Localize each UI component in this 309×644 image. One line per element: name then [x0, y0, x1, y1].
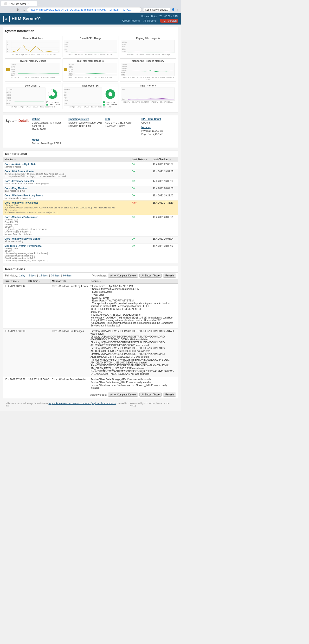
alerts-title: Recent Alerts	[5, 267, 25, 271]
sys-details-grid: Uptime 0 days, 2 hours, 47 minutesApril:…	[32, 118, 175, 145]
tab-favicon: ⬜	[4, 2, 7, 5]
monitor-name-cell: Monitoring System Performance Memory: 15…	[3, 244, 130, 263]
svg-text:2: 2	[7, 48, 8, 50]
group-reports-link[interactable]: Group Reports	[122, 19, 140, 22]
svg-text:20%: 20%	[64, 100, 68, 102]
svg-text:80%: 80%	[65, 44, 68, 46]
taskmgr-indicator	[64, 68, 67, 71]
browser-tab[interactable]: ⬜ HKM-Server01 ✕	[1, 1, 37, 6]
chart-title-8: Disk Used - D:	[64, 84, 117, 87]
sync-button[interactable]: Keine Synchronisie...	[143, 8, 170, 12]
svg-text:0%: 0%	[64, 52, 67, 53]
btn-all-computer-bottom[interactable]: All for Computer/Device	[108, 392, 138, 397]
alert-monitor-title: Core - Windows File Changes	[50, 328, 89, 377]
footer-status-url[interactable]: https://hkm-Server01:81/STATUS_DEVICE_(3…	[49, 402, 117, 404]
monitor-status-cell: OK	[130, 244, 151, 263]
acknowledge-label-bottom: Acknowledge:	[90, 393, 107, 396]
cpu-value: AMD EPYC 7251 8-Core Processor, 8 Cores	[105, 121, 139, 128]
pdf-version-link[interactable]: PDF Version	[160, 19, 178, 22]
history-15days[interactable]: 15 days	[39, 274, 48, 277]
alert-details: Service "User Data Storage_d20c1" was re…	[89, 377, 178, 391]
app-title: HKM-Server01	[12, 16, 41, 22]
user-icon[interactable]: 👤	[172, 8, 175, 11]
svg-text:40%: 40%	[122, 48, 126, 50]
chart-dates-5: 05:21 PM 06:10 PM 06:59 PM 07:49 PM 18 A…	[64, 76, 117, 78]
chart-area-9: 2ms 0ms	[121, 88, 175, 101]
acknowledge-bar-bottom: Acknowledge: All for Computer/Device All…	[3, 391, 178, 398]
refresh-button[interactable]: ↻	[16, 7, 20, 12]
chart-dates-6: 10:05PM 15Apr 01:15PM 16Apr 03:10PM 17Ap…	[121, 76, 175, 80]
uptime-value: 0 days, 2 hours, 47 minutesApril: 100%Ma…	[32, 121, 66, 131]
alert-ok-time	[27, 284, 50, 328]
detail-model: Model Dell Inc PowerEdge R7425	[32, 138, 66, 145]
core-count-title: CPU: Core Count	[141, 118, 175, 120]
svg-text:50MB: 50MB	[121, 72, 126, 74]
app-header: 🖥 HKM-Server01 Updated 18 Apr 2021 08:08…	[0, 13, 181, 24]
btn-shown-above-bottom[interactable]: All Shown Above	[139, 392, 162, 397]
monitor-checked-cell: 18.4.2021 20:07:59	[151, 186, 178, 193]
footer-left: This status report will always be availa…	[6, 402, 130, 407]
btn-shown-above[interactable]: All Shown Above	[139, 274, 162, 278]
os-title: Operating System	[68, 118, 103, 120]
sys-details-inner: System Details Uptime 0 days, 2 hours, 4…	[6, 118, 175, 145]
monitor-name-cell: Core - Disk Space Monitor C:\ not predic…	[3, 169, 130, 179]
memory-indicator	[6, 68, 10, 71]
monitor-status-cell: OK	[130, 162, 151, 169]
footer-version: v8.7.1	[130, 404, 136, 407]
address-bar: ← → ↻ ⌂ https://hkm-server01:81/STATUS_D…	[0, 6, 181, 13]
url-input[interactable]: https://hkm-server01:81/STATUS_DEVICE_(3…	[27, 7, 142, 12]
chart-memory-usage: Overall Memory Usage 100% 80% 60% 40% 20…	[5, 58, 61, 82]
monitor-status-cell: OK	[130, 179, 151, 186]
main-content: System Information Hourly Alert Rate 5 4…	[0, 24, 181, 411]
svg-text:100%: 100%	[65, 41, 69, 43]
chart-area-3: 100% 80% 60% 40% 20% 0%	[121, 40, 175, 53]
new-tab-button[interactable]: +	[38, 2, 40, 6]
svg-text:1: 1	[7, 50, 8, 52]
chart-proc-memory: Monitoring Process Memory 250MB 200MB 15…	[120, 58, 176, 82]
app-logo: 🖥 HKM-Server01	[3, 16, 41, 22]
svg-text:80%: 80%	[7, 92, 11, 93]
forward-button[interactable]: →	[9, 7, 14, 12]
monitor-name-cell: Core - Windows Event Log Errors No new m…	[3, 193, 130, 200]
tab-close-btn[interactable]: ✕	[28, 2, 30, 5]
monitor-name-cell: Core - Windows Service Monitor All servi…	[3, 236, 130, 244]
chart-ping: Ping - ●●●●●● 2ms 0ms 05:21PM 06:01PM 06…	[120, 83, 176, 109]
history-1day[interactable]: 1 day	[19, 274, 25, 277]
svg-text:80%: 80%	[64, 92, 68, 94]
svg-text:100%: 100%	[7, 89, 12, 90]
monitor-checked-cell: 18.4.2021 20:08:32	[151, 244, 178, 263]
all-reports-link[interactable]: All Reports	[143, 19, 156, 22]
chart-dates-3: 05:21 PM 06:10 PM 06:59 PM 07:49 PM 18 A…	[121, 54, 175, 56]
back-button[interactable]: ←	[2, 7, 7, 12]
monitor-table: Monitor ▼ Last Status ▼ Last Checked ▼ C…	[3, 157, 178, 263]
alert-monitor-title: Core - Windows Event Log Errors	[50, 284, 89, 328]
svg-text:3: 3	[7, 46, 8, 48]
svg-text:0ms: 0ms	[122, 98, 126, 100]
history-5days[interactable]: 5 days	[29, 274, 36, 277]
svg-text:0MB: 0MB	[121, 74, 125, 76]
svg-text:250MB: 250MB	[121, 64, 127, 66]
monitor-status-section: Monitor Status Monitor ▼ Last Status ▼ L…	[3, 150, 178, 263]
btn-refresh-top[interactable]: Refresh	[163, 274, 176, 278]
chart-disk-d: Disk Used - D: 100% 80% 60% 40% 20% 0%	[63, 83, 119, 109]
monitor-row-7: Core - Windows Service Monitor All servi…	[3, 236, 178, 244]
btn-refresh-bottom[interactable]: Refresh	[163, 392, 176, 397]
chart-dates-4: 05:21 PM 06:10 PM 07:00 PM 07:49 PM 18 A…	[6, 76, 60, 78]
btn-all-computer[interactable]: All for Computer/Device	[108, 274, 138, 278]
chart-title-5: Task Mgr Mem Usage %	[64, 60, 117, 62]
menu-icon[interactable]: ⋮	[176, 8, 179, 11]
monitor-name-cell: Core - Windows Performance Memory: 19%Pa…	[3, 215, 130, 236]
monitor-checked-cell: 18.4.2021 19:21:43	[151, 193, 178, 200]
svg-text:40%: 40%	[11, 71, 15, 72]
alert-details: * Event Time: 18 Apr 2021 05:24:31 PM* S…	[89, 284, 178, 328]
svg-text:150MB: 150MB	[121, 68, 127, 70]
monitor-table-header: Monitor ▼ Last Status ▼ Last Checked ▼	[3, 157, 178, 162]
charts-row-1: Hourly Alert Rate 5 4 3 2 1	[5, 36, 176, 57]
monitor-checked-cell: 18.4.2021 17:36:10	[151, 200, 178, 215]
history-60days[interactable]: 60 days	[63, 274, 72, 277]
chart-cpu-usage: Overall CPU Usage 100% 80% 60% 40% 20% 0…	[63, 36, 119, 57]
home-button[interactable]: ⌂	[22, 7, 26, 12]
memory-title: Memory	[141, 126, 175, 128]
history-30days[interactable]: 30 days	[51, 274, 60, 277]
monitor-checked-cell: 18.4.2021 20:08:04	[151, 236, 178, 244]
